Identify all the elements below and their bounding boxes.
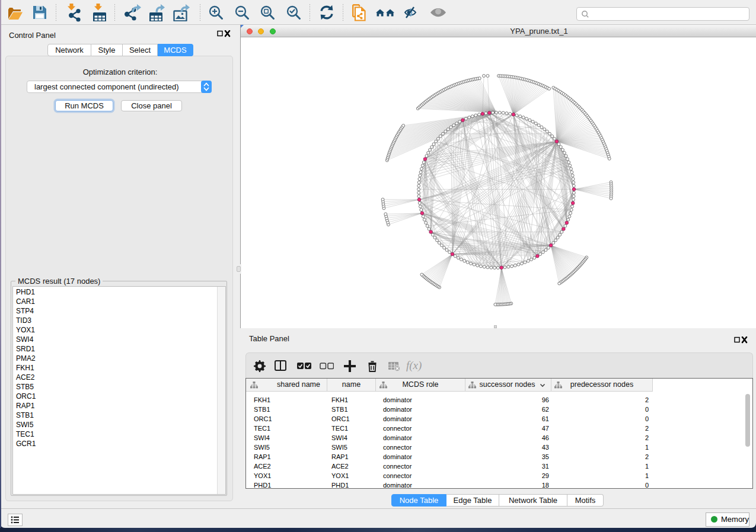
svg-text:f(x): f(x) xyxy=(406,360,422,372)
